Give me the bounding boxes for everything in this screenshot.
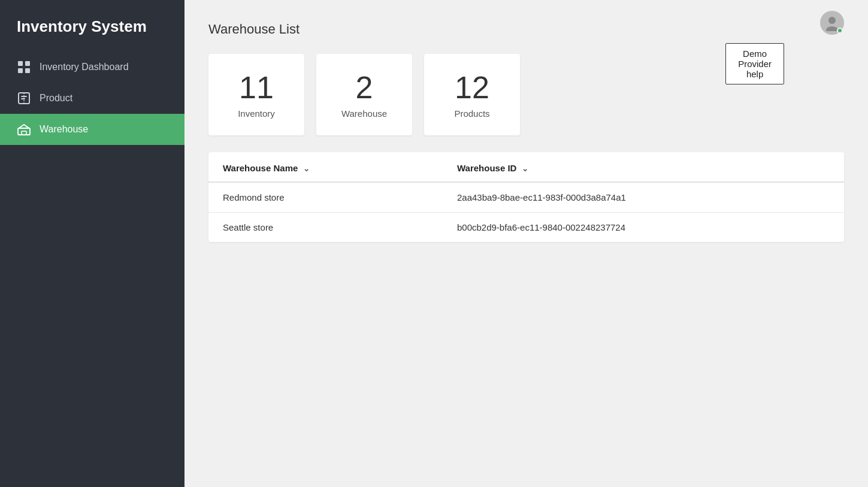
dashboard-icon [17, 60, 31, 74]
svg-rect-1 [25, 61, 30, 66]
warehouse-table-container: Warehouse Name ⌄ Warehouse ID ⌄ Redmond … [208, 152, 844, 242]
sidebar-item-warehouse[interactable]: Warehouse [0, 114, 185, 145]
svg-point-7 [828, 17, 836, 24]
sidebar-item-label: Warehouse [40, 124, 88, 135]
sort-icon-name: ⌄ [303, 164, 310, 173]
page-title: Warehouse List [208, 22, 844, 37]
column-header-name[interactable]: Warehouse Name ⌄ [208, 152, 443, 182]
warehouse-stat-card: 2 Warehouse [316, 54, 412, 135]
products-count: 12 [455, 71, 489, 105]
products-label: Products [454, 108, 489, 119]
inventory-label: Inventory [238, 108, 275, 119]
warehouse-table: Warehouse Name ⌄ Warehouse ID ⌄ Redmond … [208, 152, 844, 242]
warehouse-id-cell: b00cb2d9-bfa6-ec11-9840-002248237724 [443, 213, 844, 243]
svg-rect-3 [25, 68, 30, 73]
warehouse-id-cell: 2aa43ba9-8bae-ec11-983f-000d3a8a74a1 [443, 182, 844, 213]
sidebar-item-label: Product [40, 93, 72, 104]
product-icon [17, 91, 31, 105]
sidebar-item-label: Inventory Dashboard [40, 62, 129, 72]
sidebar: Inventory System Inventory Dashboard [0, 0, 185, 487]
sidebar-item-product[interactable]: Product [0, 83, 185, 114]
svg-rect-2 [18, 68, 23, 73]
column-header-id[interactable]: Warehouse ID ⌄ [443, 152, 844, 182]
sort-icon-id: ⌄ [522, 164, 528, 173]
avatar-status-dot [837, 28, 843, 34]
table-row[interactable]: Seattle storeb00cb2d9-bfa6-ec11-9840-002… [208, 213, 844, 243]
table-body: Redmond store2aa43ba9-8bae-ec11-983f-000… [208, 182, 844, 242]
table-row[interactable]: Redmond store2aa43ba9-8bae-ec11-983f-000… [208, 182, 844, 213]
warehouse-icon [17, 122, 31, 137]
table-header-row: Warehouse Name ⌄ Warehouse ID ⌄ [208, 152, 844, 182]
warehouse-label: Warehouse [341, 108, 387, 119]
demo-help-button[interactable]: Demo Provider help [725, 43, 784, 84]
warehouse-count: 2 [356, 71, 373, 105]
main-content: Demo Provider help Warehouse List 11 Inv… [185, 0, 868, 487]
warehouse-name-cell: Seattle store [208, 213, 443, 243]
sidebar-item-inventory-dashboard[interactable]: Inventory Dashboard [0, 52, 185, 83]
avatar[interactable] [820, 11, 844, 35]
inventory-stat-card: 11 Inventory [208, 54, 304, 135]
sidebar-nav: Inventory Dashboard Product Warehouse [0, 52, 185, 145]
inventory-count: 11 [239, 71, 274, 105]
svg-rect-0 [18, 61, 23, 66]
products-stat-card: 12 Products [424, 54, 520, 135]
app-title: Inventory System [0, 0, 185, 52]
topbar-right [820, 11, 844, 35]
warehouse-name-cell: Redmond store [208, 182, 443, 213]
svg-point-8 [826, 26, 838, 31]
